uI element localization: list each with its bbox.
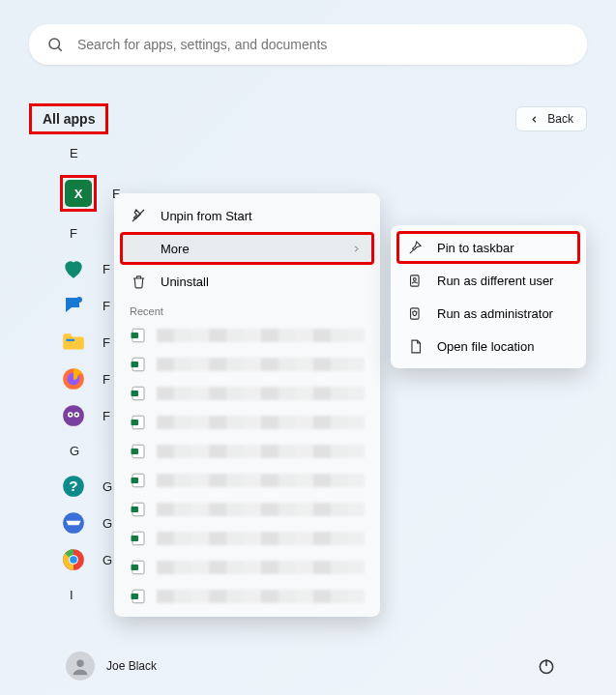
- ninja-icon: [60, 509, 87, 536]
- svg-point-41: [413, 277, 416, 280]
- excel-file-icon: [130, 501, 147, 518]
- recent-item[interactable]: [120, 553, 374, 582]
- search-input[interactable]: [77, 37, 570, 52]
- redacted-text: [157, 590, 365, 603]
- firefox-icon: [60, 365, 87, 392]
- svg-rect-38: [132, 594, 139, 599]
- excel-file-icon: [130, 530, 147, 547]
- menu-label: Run as different user: [437, 274, 553, 288]
- svg-rect-30: [132, 478, 139, 483]
- feedback-icon: [60, 292, 87, 319]
- username: Joe Black: [106, 659, 157, 673]
- menu-open-file-location[interactable]: Open file location: [396, 330, 580, 362]
- redacted-text: [157, 358, 365, 371]
- user-account[interactable]: Joe Black: [66, 652, 157, 681]
- chrome-icon: [60, 546, 87, 573]
- menu-label: Unpin from Start: [161, 209, 252, 223]
- excel-icon: X: [65, 180, 92, 207]
- svg-point-0: [49, 39, 60, 49]
- excel-file-icon: [130, 559, 147, 576]
- search-box[interactable]: [29, 24, 587, 65]
- excel-file-icon: [130, 443, 147, 460]
- all-apps-heading: All apps: [29, 103, 108, 134]
- svg-rect-32: [132, 507, 139, 512]
- chevron-left-icon: [529, 114, 540, 125]
- context-menu: Unpin from Start More Uninstall Recent: [114, 193, 380, 617]
- recent-item[interactable]: [120, 524, 374, 553]
- excel-file-icon: [130, 327, 147, 344]
- recent-item[interactable]: [120, 379, 374, 408]
- svg-point-17: [70, 556, 77, 564]
- recent-item[interactable]: [120, 408, 374, 437]
- letter-header-e[interactable]: E: [70, 146, 616, 160]
- svg-rect-26: [132, 420, 139, 425]
- back-button[interactable]: Back: [515, 106, 587, 131]
- unpin-icon: [130, 207, 147, 224]
- recent-item[interactable]: [120, 437, 374, 466]
- recent-heading: Recent: [120, 298, 374, 321]
- app-label: G: [103, 516, 112, 531]
- menu-run-admin[interactable]: Run as administrator: [396, 297, 580, 330]
- svg-rect-20: [132, 333, 139, 338]
- power-button[interactable]: [537, 656, 556, 676]
- svg-rect-34: [132, 536, 139, 541]
- recent-item[interactable]: [120, 321, 374, 350]
- app-label: F: [103, 372, 110, 387]
- app-label: G: [103, 553, 112, 567]
- recent-item[interactable]: [120, 495, 374, 524]
- menu-label: Uninstall: [161, 275, 209, 289]
- menu-label: Open file location: [437, 339, 534, 354]
- menu-unpin-start[interactable]: Unpin from Start: [120, 199, 374, 232]
- pin-icon: [406, 239, 424, 256]
- excel-file-icon: [130, 414, 147, 431]
- file-icon: [406, 337, 424, 355]
- app-label: F: [103, 335, 110, 350]
- menu-label: Run as administrator: [437, 306, 553, 321]
- avatar-icon: [66, 652, 95, 681]
- redacted-text: [157, 445, 365, 458]
- redacted-text: [157, 416, 365, 429]
- owl-icon: [60, 402, 87, 429]
- app-label: F: [103, 299, 110, 313]
- svg-point-6: [63, 405, 84, 426]
- shield-icon: [406, 304, 424, 322]
- menu-run-different-user[interactable]: Run as different user: [396, 264, 580, 297]
- recent-item[interactable]: [120, 466, 374, 495]
- menu-pin-taskbar[interactable]: Pin to taskbar: [396, 231, 580, 264]
- trash-icon: [130, 273, 147, 290]
- svg-rect-36: [132, 565, 139, 570]
- user-icon: [406, 272, 424, 289]
- svg-point-9: [70, 414, 72, 416]
- excel-file-icon: [130, 356, 147, 373]
- menu-label: More: [161, 242, 190, 256]
- menu-more[interactable]: More: [120, 232, 374, 265]
- chevron-right-icon: [351, 244, 362, 254]
- recent-item[interactable]: [120, 582, 374, 611]
- redacted-text: [157, 561, 365, 574]
- search-icon: [46, 36, 64, 53]
- svg-line-1: [58, 47, 61, 50]
- app-label: F: [103, 262, 110, 276]
- svg-line-39: [409, 249, 413, 253]
- more-submenu: Pin to taskbar Run as different user Run…: [391, 225, 586, 368]
- back-label: Back: [547, 112, 573, 126]
- blank-icon: [130, 240, 147, 257]
- menu-uninstall[interactable]: Uninstall: [120, 265, 374, 298]
- svg-rect-22: [132, 362, 139, 367]
- redacted-text: [157, 387, 365, 400]
- excel-file-icon: [130, 588, 147, 605]
- svg-point-2: [76, 297, 82, 303]
- folder-icon: [60, 329, 87, 356]
- redacted-text: [157, 532, 365, 545]
- app-label: G: [103, 479, 112, 494]
- svg-text:?: ?: [69, 478, 77, 494]
- redacted-text: [157, 329, 365, 342]
- recent-item[interactable]: [120, 350, 374, 379]
- svg-point-43: [76, 660, 83, 667]
- svg-rect-24: [132, 391, 139, 396]
- svg-rect-42: [410, 307, 419, 318]
- excel-file-icon: [130, 472, 147, 489]
- menu-label: Pin to taskbar: [437, 241, 514, 255]
- family-icon: [60, 255, 87, 282]
- svg-point-10: [75, 414, 77, 416]
